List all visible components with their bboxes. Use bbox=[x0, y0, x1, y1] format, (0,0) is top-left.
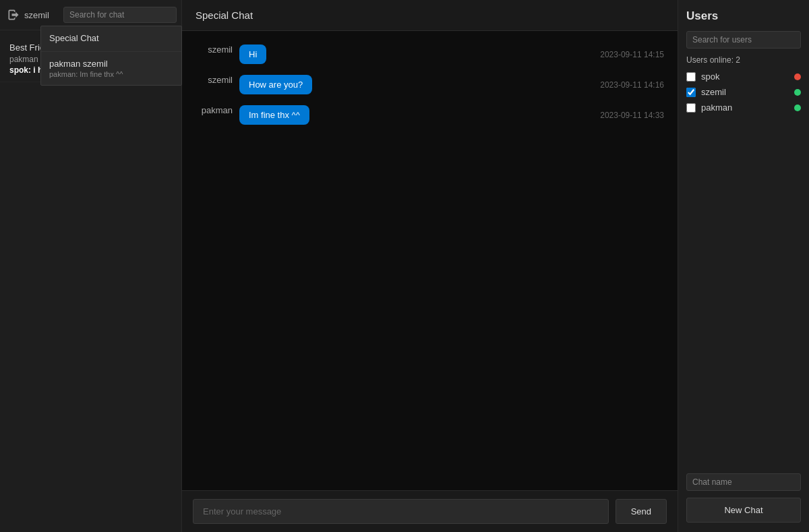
message-sender: szemil bbox=[196, 45, 233, 55]
messages-area: szemil Hi 2023-09-11 14:15 szemil How ar… bbox=[182, 31, 678, 490]
message-time: 2023-09-11 14:15 bbox=[600, 50, 664, 59]
chat-name-input[interactable] bbox=[686, 473, 801, 491]
logout-icon[interactable] bbox=[7, 5, 20, 24]
message-input-area: Send bbox=[182, 490, 678, 532]
chat-dropdown: Special Chat pakman szemil pakman: Im fi… bbox=[40, 26, 182, 86]
dropdown-item-title: Special Chat bbox=[49, 33, 173, 43]
right-panel: Users Users online: 2 spok szemil pakman… bbox=[678, 0, 809, 532]
message-bubble: How are you? bbox=[239, 75, 312, 94]
new-chat-button[interactable]: New Chat bbox=[686, 498, 801, 523]
user-item-pakman: pakman bbox=[686, 102, 801, 113]
message-sender: pakman bbox=[196, 105, 233, 115]
status-dot-szemil bbox=[794, 89, 801, 96]
search-chat-input[interactable] bbox=[63, 7, 177, 23]
user-name-szemil: szemil bbox=[701, 87, 789, 97]
table-row: szemil How are you? 2023-09-11 14:16 bbox=[196, 75, 664, 94]
user-checkbox-pakman[interactable] bbox=[686, 103, 696, 113]
user-name-spok: spok bbox=[701, 71, 789, 82]
chat-header: Special Chat bbox=[182, 0, 678, 31]
right-panel-title: Users bbox=[686, 9, 801, 23]
message-bubble: Im fine thx ^^ bbox=[239, 105, 309, 125]
table-row: szemil Hi 2023-09-11 14:15 bbox=[196, 45, 664, 64]
message-bubble: Hi bbox=[239, 45, 266, 64]
chat-title: Special Chat bbox=[196, 9, 253, 21]
users-online-label: Users online: 2 bbox=[686, 55, 801, 65]
table-row: pakman Im fine thx ^^ 2023-09-11 14:33 bbox=[196, 105, 664, 125]
message-time: 2023-09-11 14:33 bbox=[600, 111, 664, 120]
dropdown-item-title-2: pakman szemil bbox=[49, 59, 173, 69]
user-name-pakman: pakman bbox=[701, 102, 789, 113]
dropdown-item-pakman-szemil[interactable]: pakman szemil pakman: Im fine thx ^^ bbox=[41, 52, 181, 85]
message-input[interactable] bbox=[193, 499, 609, 524]
main-chat-area: Special Chat szemil Hi 2023-09-11 14:15 … bbox=[182, 0, 678, 532]
status-dot-spok bbox=[794, 73, 801, 80]
sidebar-username: szemil bbox=[24, 10, 58, 20]
dropdown-item-special-chat[interactable]: Special Chat bbox=[41, 26, 181, 52]
status-dot-pakman bbox=[794, 105, 801, 111]
dropdown-item-preview: pakman: Im fine thx ^^ bbox=[49, 70, 173, 78]
message-time: 2023-09-11 14:16 bbox=[600, 80, 664, 90]
search-users-input[interactable] bbox=[686, 31, 801, 49]
send-button[interactable]: Send bbox=[616, 499, 667, 524]
user-item-spok: spok bbox=[686, 71, 801, 82]
user-item-szemil: szemil bbox=[686, 87, 801, 97]
message-sender: szemil bbox=[196, 75, 233, 85]
sidebar: szemil Special Chat pakman szemil pakman… bbox=[0, 0, 182, 532]
right-panel-spacer bbox=[686, 118, 801, 473]
user-checkbox-szemil[interactable] bbox=[686, 88, 696, 97]
user-checkbox-spok[interactable] bbox=[686, 72, 696, 82]
